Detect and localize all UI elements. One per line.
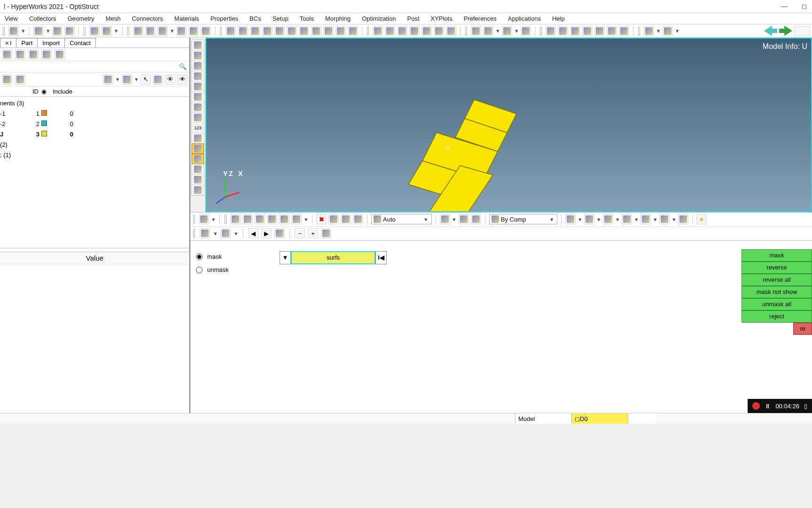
selector-reset-button[interactable]: I◀ xyxy=(375,251,387,264)
card-button[interactable] xyxy=(328,214,339,224)
overlay-button[interactable] xyxy=(188,26,199,36)
disp-e-button[interactable] xyxy=(192,81,204,92)
undo-button[interactable] xyxy=(644,26,654,36)
mesh1-button[interactable] xyxy=(565,214,576,224)
new-button[interactable] xyxy=(8,26,19,36)
menu-view[interactable]: View xyxy=(5,15,18,22)
disp-g-button[interactable] xyxy=(192,102,204,112)
save-button[interactable] xyxy=(52,26,62,36)
menu-applications[interactable]: Applications xyxy=(508,15,541,22)
splitter-handle[interactable]: ··· xyxy=(0,248,189,252)
filterb-button[interactable] xyxy=(15,74,25,85)
menu-connectors[interactable]: Connectors xyxy=(132,15,163,22)
view-xz-button[interactable] xyxy=(262,26,273,36)
selector-type-dropdown[interactable]: ▼ xyxy=(280,251,291,264)
dropdown-icon[interactable]: ▾ xyxy=(170,27,174,34)
nav-end-button[interactable] xyxy=(794,26,810,36)
filtera-button[interactable] xyxy=(2,74,12,85)
tree-group[interactable]: ; (1) xyxy=(0,150,189,160)
dropdown-icon[interactable]: ▾ xyxy=(548,216,555,223)
display-button[interactable] xyxy=(103,74,113,85)
print-button[interactable] xyxy=(15,49,25,60)
tab-import[interactable]: Import xyxy=(37,38,65,48)
3d-viewport[interactable]: Model Info: U Y xyxy=(205,38,812,212)
circle-zoom-button[interactable] xyxy=(385,26,395,36)
redo-button[interactable] xyxy=(663,26,673,36)
disp-h-button[interactable] xyxy=(192,112,204,123)
favorite-button[interactable]: ★ xyxy=(696,214,707,224)
tab-part[interactable]: Part xyxy=(16,38,38,48)
disp-f-button[interactable] xyxy=(192,92,204,102)
next-button[interactable]: ▶ xyxy=(261,228,272,238)
minimize-button[interactable]: — xyxy=(780,2,789,11)
reset-button[interactable] xyxy=(321,228,331,238)
prev-button[interactable]: ◀ xyxy=(248,228,258,238)
cards-button[interactable] xyxy=(28,49,39,60)
vis3-button[interactable] xyxy=(471,214,481,224)
menu-collectors[interactable]: Collectors xyxy=(29,15,56,22)
tree-group[interactable]: nents (3) xyxy=(0,98,189,108)
color-button[interactable] xyxy=(122,74,132,85)
dropdown-icon[interactable]: ▾ xyxy=(115,76,120,83)
paste-button[interactable] xyxy=(483,26,493,36)
stop-icon[interactable]: ▯ xyxy=(804,403,807,410)
view-iso1-button[interactable] xyxy=(287,26,297,36)
dropdown-icon[interactable]: ▾ xyxy=(656,27,661,34)
tab-model[interactable]: ×l xyxy=(0,38,16,48)
record-icon[interactable] xyxy=(752,402,760,410)
radio-unmask[interactable]: unmask xyxy=(196,263,229,277)
action-unmask-all[interactable]: unmask all xyxy=(742,298,812,310)
component-button[interactable] xyxy=(102,26,112,36)
nav-next-icon[interactable] xyxy=(779,26,792,36)
link-button[interactable] xyxy=(502,26,512,36)
mesh3-button[interactable] xyxy=(603,214,613,224)
menu-xyplots[interactable]: XYPlots xyxy=(430,15,452,22)
rotate-right-button[interactable] xyxy=(422,26,432,36)
radio-mask[interactable]: mask xyxy=(196,250,229,263)
comp-button[interactable] xyxy=(230,214,241,224)
search-input[interactable] xyxy=(3,63,179,70)
pan-button[interactable] xyxy=(409,26,420,36)
tile6-button[interactable] xyxy=(607,26,617,36)
open-button[interactable] xyxy=(33,26,44,36)
menu-tools[interactable]: Tools xyxy=(300,15,314,22)
bc-button[interactable] xyxy=(291,214,302,224)
status-model[interactable]: Model xyxy=(515,413,571,424)
visibility-button[interactable]: 👁 xyxy=(177,74,187,85)
page-delete-button[interactable] xyxy=(145,26,156,36)
zoom-in-button[interactable] xyxy=(397,26,407,36)
zoom-button[interactable] xyxy=(226,26,236,36)
menu-optimization[interactable]: Optimization xyxy=(362,15,396,22)
view-restore-button[interactable] xyxy=(348,26,358,36)
tree-area[interactable]: nents (3) -1 1 0 -2 2 0 J 3 0 (2) ; (1) xyxy=(0,97,189,248)
folder-button[interactable] xyxy=(153,74,163,85)
action-mask[interactable]: mask xyxy=(742,249,812,262)
tile5-button[interactable] xyxy=(594,26,605,36)
close-icon[interactable]: × xyxy=(5,40,9,47)
menu-geometry[interactable]: Geometry xyxy=(68,15,94,22)
cursor-button[interactable]: ↖ xyxy=(141,74,151,85)
dropdown-icon[interactable]: ▾ xyxy=(234,230,238,237)
maximize-button[interactable]: ◻ xyxy=(800,2,808,11)
return-button[interactable]: re xyxy=(793,323,812,335)
action-reverse-all[interactable]: reverse all xyxy=(742,274,812,286)
vis1-button[interactable] xyxy=(440,214,450,224)
dropdown-icon[interactable]: ▾ xyxy=(634,216,639,223)
dropdown-icon[interactable]: ▾ xyxy=(675,27,679,34)
rotate-updown-button[interactable] xyxy=(434,26,444,36)
tree-row[interactable]: -1 1 0 xyxy=(0,108,189,119)
tile3-button[interactable] xyxy=(570,26,580,36)
dropdown-icon[interactable]: ▾ xyxy=(596,216,601,223)
page-new-button[interactable] xyxy=(133,26,143,36)
window-zoom-button[interactable] xyxy=(373,26,383,36)
plus-button[interactable]: + xyxy=(308,228,318,238)
dropdown-icon[interactable]: ▾ xyxy=(578,216,582,223)
prop-button[interactable] xyxy=(242,214,253,224)
dropdown-icon[interactable]: ▾ xyxy=(304,216,308,223)
disp-numbers-button[interactable]: 123 xyxy=(192,123,204,133)
tab-contact[interactable]: Contact xyxy=(64,38,96,48)
dropdown-icon[interactable]: ▾ xyxy=(134,76,139,83)
menu-preferences[interactable]: Preferences xyxy=(464,15,497,22)
view-yz-button[interactable] xyxy=(274,26,285,36)
expand-button[interactable] xyxy=(201,26,211,36)
